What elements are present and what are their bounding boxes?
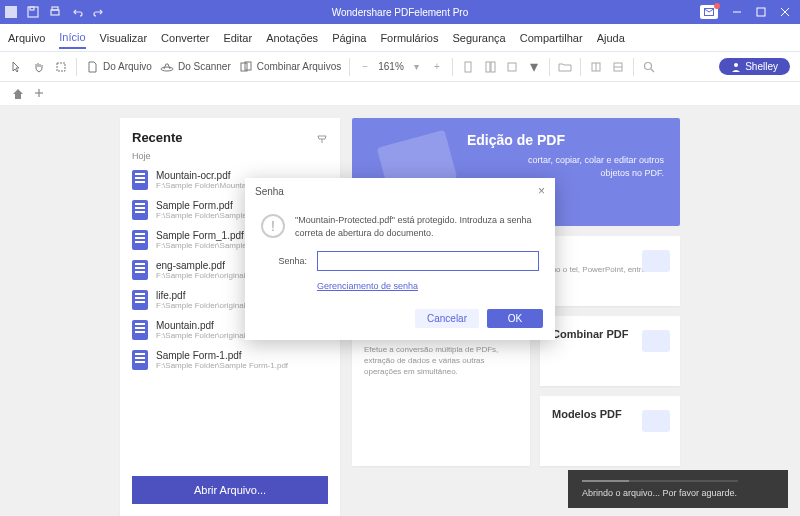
toast-text: Abrindo o arquivo... Por favor aguarde.: [582, 488, 737, 498]
dialog-cancel-button[interactable]: Cancelar: [415, 309, 479, 328]
password-label: Senha:: [261, 256, 307, 266]
password-input[interactable]: [317, 251, 539, 271]
dialog-ok-button[interactable]: OK: [487, 309, 543, 328]
password-dialog: Senha × ! "Mountain-Protected.pdf" está …: [245, 178, 555, 340]
status-toast: Abrindo o arquivo... Por favor aguarde.: [568, 470, 788, 508]
dialog-close-button[interactable]: ×: [538, 184, 545, 198]
dialog-message: "Mountain-Protected.pdf" está protegido.…: [295, 214, 539, 239]
password-management-link[interactable]: Gerenciamento de senha: [317, 281, 539, 291]
progress-bar: [582, 480, 738, 482]
info-icon: !: [261, 214, 285, 238]
dialog-title: Senha: [255, 186, 284, 197]
dialog-overlay: Senha × ! "Mountain-Protected.pdf" está …: [0, 0, 800, 516]
